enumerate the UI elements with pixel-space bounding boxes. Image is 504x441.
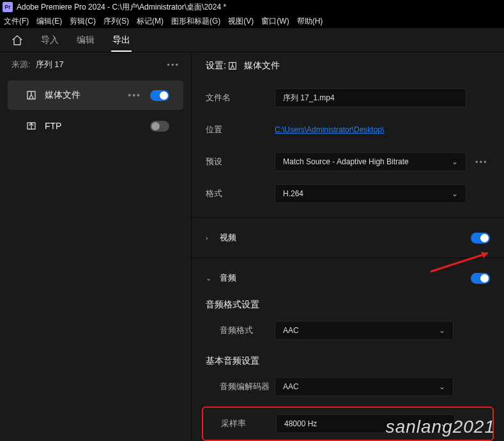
destination-list: 媒体文件 ••• FTP	[0, 77, 191, 144]
sample-rate-highlight: 采样率 48000 Hz ⌄	[202, 406, 494, 441]
filename-row: 文件名 序列 17_1.mp4	[192, 82, 504, 114]
body-area: 来源: 序列 17 ••• 媒体文件 ••• FTP	[0, 52, 504, 441]
filename-input[interactable]: 序列 17_1.mp4	[275, 88, 466, 107]
video-section-label: 视频	[220, 232, 471, 244]
audio-section-header[interactable]: ⌄ 音频	[192, 266, 504, 290]
preset-label: 预设	[206, 156, 275, 167]
menu-bar: 文件(F) 编辑(E) 剪辑(C) 序列(S) 标记(M) 图形和标题(G) 视…	[0, 14, 504, 28]
chevron-down-icon: ⌄	[452, 189, 458, 198]
settings-header-value: 媒体文件	[244, 60, 280, 72]
menu-edit[interactable]: 编辑(E)	[36, 16, 62, 27]
video-toggle[interactable]	[471, 233, 490, 244]
chevron-right-icon: ›	[206, 234, 215, 242]
preset-value: Match Source - Adaptive High Bitrate	[283, 157, 409, 166]
audio-codec-value: AAC	[283, 382, 299, 391]
source-more-icon[interactable]: •••	[167, 60, 179, 70]
window-title-app: Adobe Premiere Pro 2024	[17, 3, 105, 12]
tab-import[interactable]: 导入	[41, 28, 59, 52]
window-title-doc: C:\用户\Administrator\桌面\2024 *	[112, 2, 226, 13]
media-file-icon	[26, 89, 37, 101]
media-file-icon	[227, 61, 238, 71]
audio-codec-label: 音频编解码器	[220, 381, 275, 392]
workspace-tabs: 导入 编辑 导出	[0, 28, 504, 52]
settings-panel: 设置: 媒体文件 文件名 序列 17_1.mp4 位置 C:\Users\Adm…	[192, 52, 504, 441]
dest-ftp-toggle[interactable]	[150, 121, 169, 132]
menu-view[interactable]: 视图(V)	[228, 16, 254, 27]
menu-help[interactable]: 帮助(H)	[297, 16, 323, 27]
tab-export[interactable]: 导出	[112, 28, 130, 52]
settings-header: 设置: 媒体文件	[192, 52, 504, 82]
chevron-down-icon: ⌄	[452, 157, 458, 166]
dest-ftp-label: FTP	[45, 121, 150, 131]
audio-format-select[interactable]: AAC ⌄	[275, 321, 454, 340]
sample-rate-row: 采样率 48000 Hz ⌄	[203, 409, 493, 438]
section-divider	[192, 217, 504, 218]
audio-format-row: 音频格式 AAC ⌄	[192, 314, 504, 346]
tab-edit[interactable]: 编辑	[77, 28, 95, 52]
app-logo: Pr	[3, 2, 13, 12]
settings-label: 设置:	[206, 60, 226, 72]
section-divider	[192, 258, 504, 258]
menu-sequence[interactable]: 序列(S)	[103, 16, 129, 27]
location-row: 位置 C:\Users\Administrator\Desktop\	[192, 114, 504, 146]
source-header: 来源: 序列 17 •••	[0, 52, 191, 77]
window-title-sep: -	[105, 3, 112, 12]
format-value: H.264	[283, 189, 303, 198]
format-label: 格式	[206, 188, 275, 199]
audio-section-label: 音频	[220, 272, 471, 284]
dest-media-toggle[interactable]	[150, 90, 169, 101]
audio-basic-heading: 基本音频设置	[192, 346, 504, 371]
chevron-down-icon: ⌄	[440, 419, 447, 428]
source-label: 来源:	[11, 59, 31, 70]
dest-media-label: 媒体文件	[45, 89, 128, 101]
preset-more-icon[interactable]: •••	[475, 157, 488, 167]
audio-toggle[interactable]	[471, 273, 490, 284]
location-label: 位置	[206, 124, 275, 135]
filename-label: 文件名	[206, 92, 275, 104]
menu-window[interactable]: 窗口(W)	[261, 16, 289, 27]
menu-clip[interactable]: 剪辑(C)	[70, 16, 96, 27]
sample-rate-value: 48000 Hz	[284, 419, 317, 428]
sample-rate-label: 采样率	[221, 418, 276, 429]
ftp-icon	[26, 120, 37, 132]
format-row: 格式 H.264 ⌄	[192, 178, 504, 210]
video-section-header[interactable]: › 视频	[192, 226, 504, 250]
preset-select[interactable]: Match Source - Adaptive High Bitrate ⌄	[275, 152, 466, 171]
audio-codec-select[interactable]: AAC ⌄	[275, 377, 454, 396]
source-panel: 来源: 序列 17 ••• 媒体文件 ••• FTP	[0, 52, 192, 441]
title-bar: Pr Adobe Premiere Pro 2024 - C:\用户\Admin…	[0, 0, 504, 14]
menu-marker[interactable]: 标记(M)	[137, 16, 164, 27]
dest-ftp[interactable]: FTP	[8, 111, 183, 141]
chevron-down-icon: ⌄	[206, 274, 215, 282]
source-name: 序列 17	[36, 59, 64, 70]
home-icon[interactable]	[11, 35, 23, 46]
audio-format-label: 音频格式	[220, 325, 275, 336]
menu-graphics[interactable]: 图形和标题(G)	[171, 16, 220, 27]
audio-format-heading: 音频格式设置	[192, 290, 504, 314]
location-link[interactable]: C:\Users\Administrator\Desktop\	[275, 120, 466, 139]
format-select[interactable]: H.264 ⌄	[275, 184, 466, 203]
audio-codec-row: 音频编解码器 AAC ⌄	[192, 371, 504, 403]
chevron-down-icon: ⌄	[439, 382, 445, 391]
dest-media-file[interactable]: 媒体文件 •••	[8, 81, 183, 110]
chevron-down-icon: ⌄	[439, 326, 445, 335]
sample-rate-select[interactable]: 48000 Hz ⌄	[276, 414, 455, 433]
preset-row: 预设 Match Source - Adaptive High Bitrate …	[192, 146, 504, 178]
menu-file[interactable]: 文件(F)	[4, 16, 29, 27]
audio-format-value: AAC	[283, 326, 299, 335]
dest-media-more-icon[interactable]: •••	[128, 90, 141, 100]
